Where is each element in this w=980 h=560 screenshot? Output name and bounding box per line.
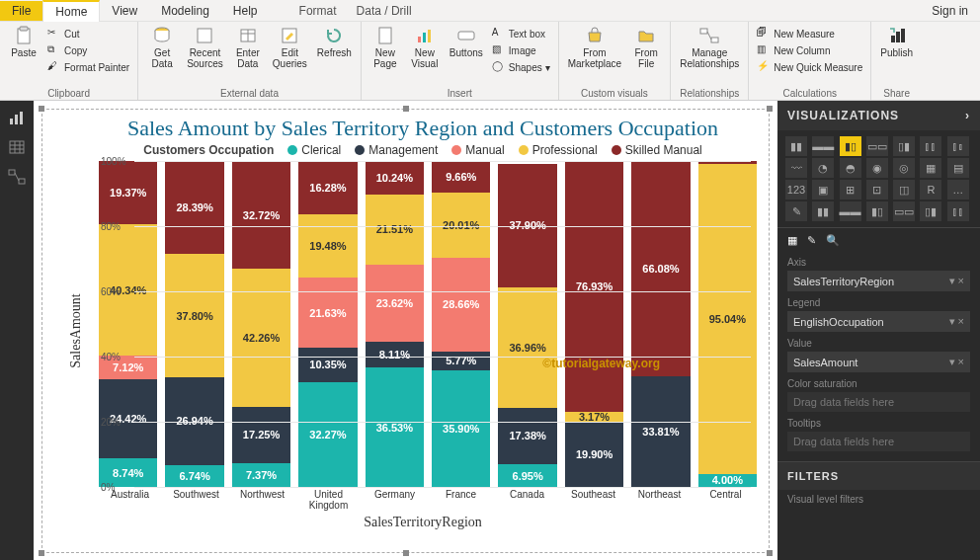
viz-type-0[interactable]: ▮▮: [785, 136, 807, 156]
visualizations-header[interactable]: VISUALIZATIONS ›: [777, 101, 980, 130]
viz-type-8[interactable]: ◔: [812, 158, 834, 178]
viz-type-27[interactable]: ⫿⫿: [947, 201, 969, 221]
tooltips-well[interactable]: Drag data fields here: [787, 432, 970, 451]
viz-type-10[interactable]: ◉: [866, 158, 888, 178]
new-visual-button[interactable]: New Visual: [407, 24, 443, 87]
svg-rect-20: [15, 115, 18, 124]
table-icon: [238, 26, 258, 45]
new-quick-measure-button[interactable]: ⚡New Quick Measure: [755, 59, 864, 75]
database-icon: [152, 26, 172, 45]
image-button[interactable]: ▧Image: [490, 42, 552, 58]
format-painter-button[interactable]: 🖌Format Painter: [45, 59, 131, 75]
color-saturation-well[interactable]: Drag data fields here: [787, 392, 970, 412]
textbox-button[interactable]: AText box: [490, 26, 552, 41]
group-insert: Insert: [368, 87, 552, 100]
viz-type-16[interactable]: ⊞: [840, 180, 861, 200]
image-icon: ▧: [492, 43, 506, 57]
viz-type-26[interactable]: ▯▮: [920, 201, 941, 221]
viz-type-2[interactable]: ▮▯: [840, 136, 861, 156]
format-tab-icon[interactable]: ✎: [807, 234, 816, 247]
chart-visual[interactable]: Sales Amount by Sales Territory Region a…: [41, 109, 770, 553]
filters-header[interactable]: FILTERS: [777, 461, 980, 490]
publish-button[interactable]: Publish: [877, 24, 916, 87]
new-page-button[interactable]: New Page: [368, 24, 403, 87]
from-marketplace-button[interactable]: From Marketplace: [565, 24, 624, 87]
buttons-button[interactable]: Buttons: [447, 24, 486, 87]
copy-icon: ⧉: [47, 43, 61, 57]
group-custom-visuals: Custom visuals: [565, 87, 664, 100]
x-labels: AustraliaSouthwestNorthwestUnited Kingdo…: [87, 489, 759, 511]
viz-type-23[interactable]: ▬▬: [840, 201, 861, 221]
viz-type-11[interactable]: ◎: [893, 158, 915, 178]
edit-queries-button[interactable]: Edit Queries: [270, 24, 310, 87]
tab-help[interactable]: Help: [221, 1, 270, 21]
marketplace-icon: [585, 26, 605, 45]
viz-type-15[interactable]: ▣: [812, 180, 834, 200]
cut-button[interactable]: ✂Cut: [45, 26, 131, 41]
viz-type-14[interactable]: 123: [785, 180, 807, 200]
button-icon: [456, 26, 476, 45]
viz-type-13[interactable]: ▤: [947, 158, 969, 178]
color-saturation-label: Color saturation: [787, 378, 970, 389]
value-well[interactable]: SalesAmount▾ ×: [787, 352, 970, 372]
viz-type-24[interactable]: ▮▯: [866, 201, 888, 221]
enter-data-button[interactable]: Enter Data: [230, 24, 266, 87]
viz-type-21[interactable]: ✎: [785, 201, 807, 221]
svg-rect-8: [379, 28, 391, 43]
viz-type-25[interactable]: ▭▭: [893, 201, 915, 221]
copy-button[interactable]: ⧉Copy: [45, 42, 131, 58]
tab-format[interactable]: Format: [289, 1, 347, 21]
column-icon: ▥: [757, 43, 771, 57]
viz-type-19[interactable]: R: [920, 180, 941, 200]
shapes-button[interactable]: ◯Shapes ▾: [490, 59, 552, 75]
viz-type-6[interactable]: ⫿⫾: [947, 136, 969, 156]
viz-type-1[interactable]: ▬▬: [812, 136, 834, 156]
viz-type-3[interactable]: ▭▭: [866, 136, 888, 156]
quick-icon: ⚡: [757, 60, 771, 74]
report-view-icon[interactable]: [8, 109, 26, 126]
viz-type-5[interactable]: ⫿⫿: [920, 136, 941, 156]
svg-line-15: [707, 32, 711, 40]
svg-rect-28: [19, 179, 25, 184]
viz-type-4[interactable]: ▯▮: [893, 136, 915, 156]
get-data-button[interactable]: Get Data: [144, 24, 180, 87]
viz-type-9[interactable]: ◓: [840, 158, 861, 178]
svg-rect-1: [20, 27, 28, 31]
fields-tab-icon[interactable]: ▦: [787, 234, 797, 247]
svg-rect-18: [901, 29, 905, 42]
recent-sources-button[interactable]: Recent Sources: [184, 24, 226, 87]
model-view-icon[interactable]: [8, 168, 26, 186]
legend-well[interactable]: EnglishOccupation▾ ×: [787, 311, 970, 332]
chevron-right-icon: ›: [965, 109, 970, 122]
sign-in[interactable]: Sign in: [920, 1, 980, 21]
tab-modeling[interactable]: Modeling: [149, 1, 221, 21]
new-column-button[interactable]: ▥New Column: [755, 42, 864, 58]
viz-type-18[interactable]: ◫: [893, 180, 915, 200]
axis-well[interactable]: SalesTerritoryRegion▾ ×: [787, 271, 970, 291]
analytics-tab-icon[interactable]: 🔍: [826, 234, 840, 247]
svg-line-29: [15, 173, 19, 181]
manage-relationships-button[interactable]: Manage Relationships: [677, 24, 742, 87]
paste-button[interactable]: Paste: [6, 24, 41, 87]
svg-rect-11: [428, 30, 431, 42]
refresh-button[interactable]: Refresh: [314, 24, 355, 87]
svg-rect-13: [700, 29, 707, 34]
viz-type-12[interactable]: ▦: [920, 158, 941, 178]
y-axis-label: SalesAmount: [68, 293, 84, 367]
file-tab[interactable]: File: [0, 1, 42, 21]
watermark: ©tutorialgateway.org: [542, 357, 660, 370]
shapes-icon: ◯: [492, 60, 506, 74]
data-view-icon[interactable]: [8, 138, 26, 156]
tab-data-drill[interactable]: Data / Drill: [347, 1, 422, 21]
viz-type-20[interactable]: …: [947, 180, 969, 200]
from-file-button[interactable]: From File: [628, 24, 664, 87]
viz-type-22[interactable]: ▮▮: [812, 201, 834, 221]
chart-title: Sales Amount by Sales Territory Region a…: [87, 116, 759, 141]
viz-type-7[interactable]: 〰: [785, 158, 807, 178]
textbox-icon: A: [492, 27, 506, 40]
tab-home[interactable]: Home: [42, 0, 100, 22]
viz-type-17[interactable]: ⊡: [866, 180, 888, 200]
new-measure-button[interactable]: 🗐New Measure: [755, 26, 864, 41]
group-clipboard: Clipboard: [6, 87, 131, 100]
tab-view[interactable]: View: [100, 1, 149, 21]
